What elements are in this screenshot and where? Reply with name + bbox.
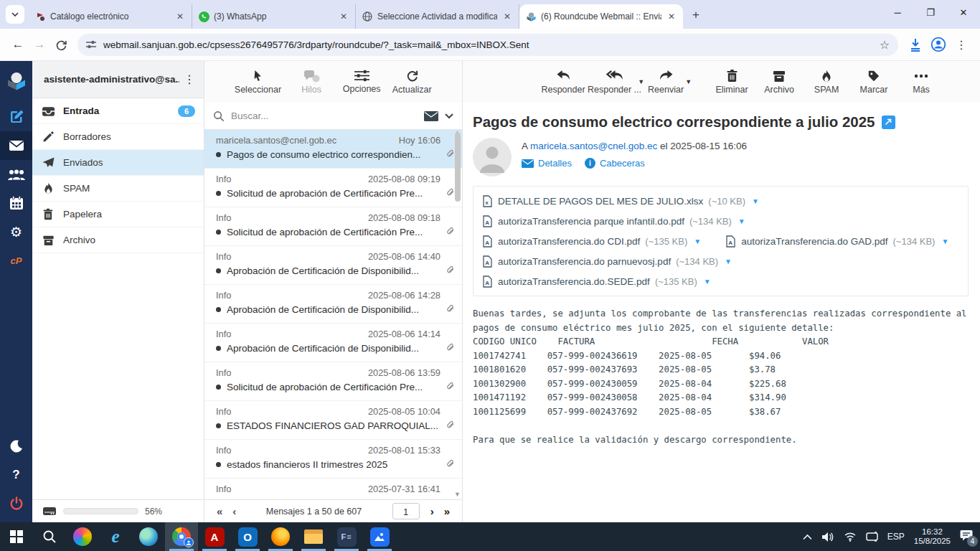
attachment-item[interactable]: x DETALLE DE PAGOS DEL MES DE JULIO.xlsx… <box>482 195 759 207</box>
logout-button[interactable] <box>0 489 32 518</box>
mail-nav-button[interactable] <box>0 131 32 160</box>
reply-all-button[interactable]: ▼ Responder ... <box>588 69 641 95</box>
tab-catalogo[interactable]: Catálogo electrónico ✕ <box>29 4 192 29</box>
forward-caret-icon[interactable]: ▼ <box>685 78 692 85</box>
folder-enviados[interactable]: Enviados <box>32 150 204 176</box>
settings-nav-button[interactable]: ⚙ <box>0 217 32 246</box>
more-button[interactable]: Más <box>898 70 944 95</box>
tab-close-icon[interactable]: ✕ <box>666 11 677 22</box>
window-restore-button[interactable]: ❐ <box>914 0 947 24</box>
help-button[interactable]: ? <box>0 461 32 489</box>
prev-page-button[interactable]: ‹ <box>227 505 241 517</box>
taskbar-chrome-button[interactable] <box>165 522 198 551</box>
attachment-item[interactable]: A autorizaTransferencia parque infantil.… <box>482 215 745 227</box>
address-bar[interactable]: webmail.sanjuan.gob.ec/cpsess2676495776/… <box>77 34 898 56</box>
reply-button[interactable]: Responder <box>540 69 586 95</box>
attachment-menu-caret[interactable]: ▼ <box>694 237 701 245</box>
taskbar-search-button[interactable] <box>33 522 66 551</box>
folder-archivo[interactable]: Archivo <box>32 227 204 253</box>
attachment-menu-caret[interactable]: ▼ <box>941 237 948 245</box>
reload-button[interactable] <box>50 34 72 55</box>
dark-mode-button[interactable] <box>0 432 32 461</box>
search-scope-mail-icon[interactable] <box>424 111 438 121</box>
message-row[interactable]: Info2025-08-08 09:19 Solicitud de aproba… <box>204 169 462 207</box>
window-minimize-button[interactable]: ─ <box>881 0 914 24</box>
start-button[interactable] <box>0 522 33 551</box>
attachment-item[interactable]: A autorizaTransferencia.do parnuevosj.pd… <box>482 255 732 268</box>
next-page-button[interactable]: › <box>425 505 439 517</box>
compose-button[interactable] <box>0 103 32 131</box>
tab-close-icon[interactable]: ✕ <box>174 11 186 22</box>
browser-menu-button[interactable]: ⋮ <box>950 33 973 56</box>
taskbar-firefox-button[interactable] <box>264 522 297 551</box>
wifi-icon[interactable] <box>844 532 857 542</box>
list-scrollbar-thumb[interactable] <box>455 133 461 202</box>
attachment-item[interactable]: A autorizaTransferencia.do CDI.pdf (~135… <box>482 235 701 248</box>
tab-close-icon[interactable]: ✕ <box>501 11 513 22</box>
folder-borradores[interactable]: Borradores <box>32 124 204 150</box>
last-page-button[interactable]: » <box>439 505 455 517</box>
attachment-item[interactable]: A autorizaTransferencia.do GAD.pdf (~134… <box>725 235 948 248</box>
message-row[interactable]: Info2025-08-06 14:40 Aprobación de Certi… <box>204 246 462 285</box>
folder-spam[interactable]: SPAM <box>32 176 204 202</box>
language-indicator[interactable]: ESP <box>887 532 905 542</box>
attachment-menu-caret[interactable]: ▼ <box>725 258 732 265</box>
notification-center-button[interactable]: 4 <box>960 529 973 544</box>
search-options-chevron-icon[interactable] <box>445 113 453 119</box>
attachment-menu-caret[interactable]: ▼ <box>738 217 745 225</box>
folder-entrada[interactable]: Entrada 6 <box>32 98 204 124</box>
volume-icon[interactable] <box>821 532 834 542</box>
first-page-button[interactable]: « <box>212 505 227 517</box>
taskbar-copilot-button[interactable] <box>66 522 99 551</box>
attachment-menu-caret[interactable]: ▼ <box>704 278 711 286</box>
headers-toggle[interactable]: i Cabeceras <box>585 158 645 169</box>
delete-button[interactable]: Eliminar <box>709 69 755 95</box>
calendar-nav-button[interactable] <box>0 189 32 217</box>
forward-button[interactable]: → <box>29 34 50 55</box>
tab-whatsapp[interactable]: (3) WhatsApp ✕ <box>192 4 356 29</box>
search-input[interactable] <box>231 110 418 121</box>
spam-button[interactable]: SPAM <box>804 70 849 95</box>
back-button[interactable]: ← <box>7 34 29 55</box>
taskbar-ie-button[interactable]: e <box>99 522 132 551</box>
message-row[interactable]: Info2025-08-05 10:04 ESTADOS FINANCIEROS… <box>204 401 462 440</box>
tab-roundcube-active[interactable]: (6) Roundcube Webmail :: Envia ✕ <box>519 4 683 29</box>
message-row[interactable]: Info2025-08-06 14:28 Aprobación de Certi… <box>204 285 462 324</box>
taskbar-photos-button[interactable] <box>363 522 396 551</box>
window-close-button[interactable]: ✕ <box>947 0 980 24</box>
tab-close-icon[interactable]: ✕ <box>338 11 349 22</box>
downloads-button[interactable] <box>904 33 927 56</box>
contacts-nav-button[interactable] <box>0 160 32 189</box>
attachment-menu-caret[interactable]: ▼ <box>752 197 759 205</box>
taskbar-explorer-button[interactable] <box>297 522 330 551</box>
taskbar-clock[interactable]: 16:32 15/8/2025 <box>914 527 951 546</box>
forward-button[interactable]: ▼ Reenviar <box>643 69 689 95</box>
bookmark-star-icon[interactable]: ☆ <box>880 38 890 52</box>
scroll-down-arrow[interactable]: ▼ <box>454 491 461 498</box>
tab-actividad[interactable]: Seleccione Actividad a modifica ✕ <box>356 4 519 29</box>
taskbar-edge-button[interactable] <box>132 522 165 551</box>
message-row[interactable]: Info2025-08-08 09:18 Solicitud de aproba… <box>204 207 462 246</box>
tab-search-button[interactable] <box>6 5 24 24</box>
attachment-item[interactable]: A autorizaTransferencia.do.SEDE.pdf (~13… <box>482 276 711 288</box>
options-button[interactable]: Opciones <box>341 70 382 94</box>
display-app-icon[interactable] <box>866 532 878 542</box>
mark-button[interactable]: Marcar <box>851 70 897 95</box>
taskbar-app-f-button[interactable]: F≡ <box>330 522 363 551</box>
url-text[interactable]: webmail.sanjuan.gob.ec/cpsess2676495776/… <box>103 39 880 50</box>
details-toggle[interactable]: Detalles <box>522 158 572 169</box>
threads-button[interactable]: Hilos <box>291 70 331 95</box>
message-row[interactable]: Info2025-08-06 13:59 Solicitud de aproba… <box>204 362 462 401</box>
taskbar-outlook-button[interactable]: O <box>231 522 264 551</box>
taskbar-acrobat-button[interactable]: A <box>198 522 231 551</box>
profile-button[interactable] <box>927 33 950 56</box>
message-row[interactable]: Info2025-08-06 14:14 Aprobación de Certi… <box>204 324 462 362</box>
message-row[interactable]: maricela.santos@cnel.gob.ecHoy 16:06 Pag… <box>204 130 462 169</box>
recipient-link[interactable]: maricela.santos@cnel.gob.ec <box>530 141 657 151</box>
account-menu-button[interactable]: ⋮ <box>179 72 199 86</box>
select-button[interactable]: Seleccionar <box>235 69 281 95</box>
message-row[interactable]: Info2025-07-31 16:41 <box>204 479 462 499</box>
folder-papelera[interactable]: Papelera <box>32 202 204 227</box>
tray-expand-icon[interactable] <box>803 534 812 540</box>
page-number-input[interactable]: 1 <box>392 503 420 519</box>
